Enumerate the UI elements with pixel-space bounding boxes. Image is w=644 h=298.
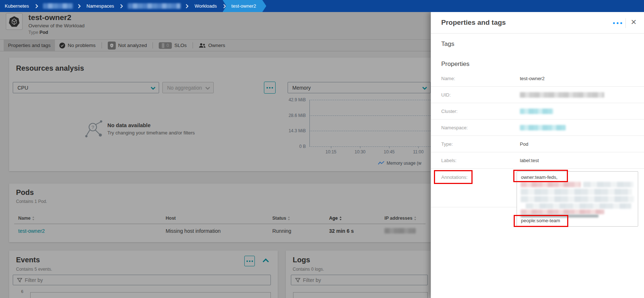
x-tick: 10:30 <box>350 149 370 154</box>
right-metric-select[interactable]: Memory <box>288 82 431 93</box>
close-icon[interactable]: × <box>631 17 636 27</box>
dot <box>617 22 619 24</box>
dot <box>269 87 270 89</box>
breadcrumb-current-workload[interactable]: test-owner2 <box>223 0 266 12</box>
column-label: Host <box>166 216 176 221</box>
tab-separator <box>193 42 193 48</box>
workload-icon-box <box>6 13 23 30</box>
events-title: Events <box>16 256 40 264</box>
logs-subtitle: Contains 0 logs. <box>293 267 324 272</box>
y-tick: 28.6 MiB <box>278 113 306 118</box>
dot <box>252 260 253 262</box>
property-value: label:test <box>520 158 539 163</box>
uid-redacted-value <box>520 92 604 98</box>
column-header-status[interactable]: Status <box>272 216 290 221</box>
tab-owners[interactable]: Owners <box>194 40 230 51</box>
breadcrumb-chevron-icon <box>76 4 80 8</box>
tab-label: SLOs <box>174 43 187 48</box>
x-tick: 10:15 <box>321 149 341 154</box>
x-tickmark <box>360 146 360 148</box>
property-label: Labels: <box>441 158 520 163</box>
pod-status-cell: Running <box>272 228 291 234</box>
resources-analysis-card: Resources analysis CPU No aggregation Me… <box>9 58 431 171</box>
logs-card: Logs Contains 0 logs. <box>286 251 431 298</box>
breadcrumb-chevron-icon <box>185 4 189 8</box>
column-header-host[interactable]: Host <box>166 216 176 221</box>
x-tick: 11:00 <box>408 149 428 154</box>
tab-label: Properties and tags <box>8 43 51 48</box>
breadcrumb-chevron-icon <box>34 4 38 8</box>
panel-more-options-button[interactable] <box>613 22 622 24</box>
tab-label: Owners <box>208 43 225 48</box>
annotation-owner-text: owner:team-feds, <box>521 175 557 180</box>
aggregation-select[interactable]: No aggregation <box>162 82 214 93</box>
breadcrumb-chevron-icon <box>222 4 226 8</box>
no-data-hint: Try changing your timeframe and/or filte… <box>107 130 195 136</box>
breadcrumb-redacted-namespace[interactable] <box>128 3 181 9</box>
dot <box>266 87 268 89</box>
events-more-options-button[interactable] <box>244 256 255 266</box>
annotations-value-box: owner:team-feds, people:some-team <box>517 171 638 227</box>
annotation-redacted-line <box>521 182 581 187</box>
no-data-network-icon: ? <box>84 118 104 139</box>
tab-no-problems[interactable]: No problems <box>55 40 100 51</box>
gridline <box>309 131 431 131</box>
chevron-down-icon <box>151 87 155 90</box>
chart-more-options-button[interactable] <box>264 82 276 94</box>
tab-not-analyzed[interactable]: Not analyzed <box>103 40 151 51</box>
properties-heading: Properties <box>441 60 469 68</box>
chart-legend[interactable]: Memory usage (w <box>378 161 421 166</box>
main-content: test-owner2 Overview of the Workload Typ… <box>0 12 431 298</box>
page-title: test-owner2 <box>28 13 71 22</box>
pods-card: Pods Contains 1 Pod. Name Host Status Ag… <box>9 184 431 242</box>
dot <box>272 87 273 89</box>
annotation-redacted-line <box>526 203 631 209</box>
traffic-light-icon <box>162 43 165 48</box>
y-tick: 14.3 MiB <box>278 128 306 133</box>
pod-name-link[interactable]: test-owner2 <box>18 228 45 234</box>
property-label: Namespace: <box>441 125 520 130</box>
metric-select[interactable]: CPU <box>13 82 159 93</box>
breadcrumb-namespaces[interactable]: Namespaces <box>82 0 119 12</box>
x-axis-line <box>309 146 431 147</box>
filter-funnel-icon <box>17 278 22 283</box>
tab-slos[interactable]: 0 SLOs <box>154 40 191 51</box>
property-row-uid: UID: <box>431 87 644 103</box>
panel-header-divider <box>625 18 626 28</box>
metric-select-value: CPU <box>17 85 28 91</box>
people-icon <box>199 43 206 48</box>
events-card: Events Contains 5 events. 6 <box>9 251 278 298</box>
gridline <box>309 115 431 116</box>
tab-properties-and-tags[interactable]: Properties and tags <box>4 40 55 51</box>
filter-funnel-icon <box>295 278 300 283</box>
events-collapse-chevron[interactable] <box>263 259 269 265</box>
breadcrumb-redacted-cluster[interactable] <box>43 3 73 9</box>
annotation-people-text: people:some-team <box>521 218 560 223</box>
tab-bar: Properties and tags No problems Not anal… <box>0 39 431 51</box>
kubernetes-workload-page: { "breadcrumb": { "items": [ {"label": "… <box>0 0 644 298</box>
events-filter-input[interactable] <box>13 275 271 285</box>
x-tick: 10:45 <box>379 149 399 154</box>
entity-type: Type Pod <box>28 30 48 35</box>
sort-icon <box>288 216 290 220</box>
column-label: Age <box>329 216 338 221</box>
logs-filter-input[interactable] <box>291 275 428 285</box>
x-tickmark <box>331 146 331 148</box>
property-value: Pod <box>520 141 528 147</box>
column-header-age[interactable]: Age <box>329 216 342 221</box>
properties-list: Name: test-owner2 UID: Cluster: Namespac… <box>431 70 644 169</box>
column-header-ip[interactable]: IP addresses <box>384 216 416 221</box>
page-subtitle: Overview of the Workload <box>28 23 84 28</box>
slo-count-badge: 0 <box>159 42 172 49</box>
type-label: Type <box>28 30 38 35</box>
events-chart-y-tick: 6 <box>21 289 23 294</box>
column-header-name[interactable]: Name <box>18 216 35 221</box>
column-label: Status <box>272 216 286 221</box>
panel-title: Properties and tags <box>441 19 506 27</box>
tab-label: No problems <box>68 43 96 48</box>
properties-side-panel: Properties and tags × Tags Properties Na… <box>431 12 644 298</box>
breadcrumb-kubernetes[interactable]: Kubernetes <box>0 0 34 12</box>
property-label: Cluster: <box>441 109 520 114</box>
breadcrumb-workloads[interactable]: Workloads <box>190 0 221 12</box>
annotations-label: Annotations: <box>441 175 467 180</box>
